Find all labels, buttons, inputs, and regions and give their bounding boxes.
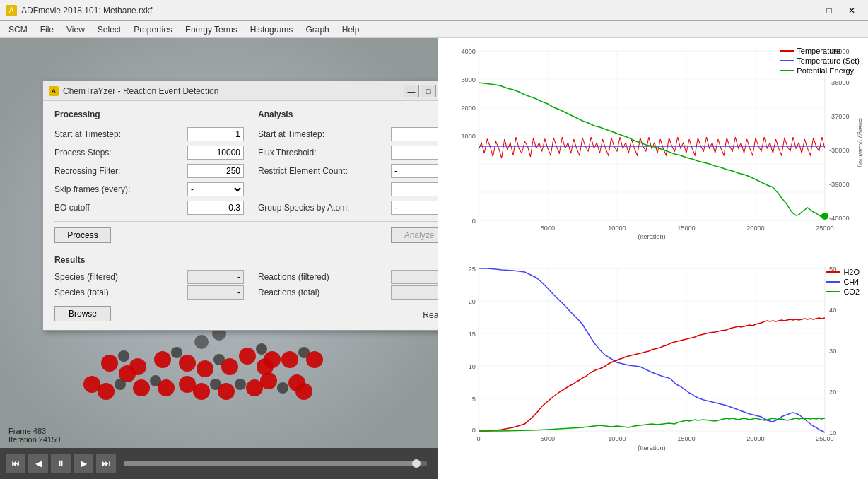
analysis-start-timestep-row: Start at Timestep: [258, 126, 438, 142]
restrict-element-select[interactable]: - [391, 164, 438, 178]
svg-text:10000: 10000 [608, 225, 626, 232]
svg-text:15: 15 [469, 331, 476, 338]
menu-item-select[interactable]: Select [92, 23, 127, 36]
svg-text:5: 5 [472, 396, 476, 403]
bo-cutoff-row: BO cutoff [54, 200, 244, 215]
potential-energy-line-color [780, 70, 794, 71]
process-button[interactable]: Process [54, 227, 111, 243]
menu-item-properties[interactable]: Properties [128, 23, 178, 36]
skip-frames-label: Skip frames (every): [54, 184, 130, 194]
start-timestep-input[interactable] [187, 127, 244, 141]
bottom-row: Browse Ready [54, 306, 438, 321]
first-frame-button[interactable]: ⏮ [6, 454, 25, 473]
group-species-select[interactable]: - [391, 201, 438, 215]
frame-info: Frame 483 Iteration 24150 [8, 427, 60, 444]
progress-bar[interactable] [124, 461, 427, 466]
process-steps-input[interactable] [187, 146, 244, 160]
legend-h2o: H2O [826, 268, 860, 276]
svg-text:-40000: -40000 [829, 215, 850, 222]
menu-item-graph[interactable]: Graph [300, 23, 334, 36]
element-dash-row [258, 182, 438, 197]
menu-item-energy-terms[interactable]: Energy Terms [180, 23, 243, 36]
svg-point-33 [295, 383, 312, 400]
bo-cutoff-label: BO cutoff [54, 203, 90, 213]
dialog-close-button[interactable]: ✕ [438, 85, 438, 97]
svg-text:5000: 5000 [541, 225, 555, 232]
start-timestep-label: Start at Timestep: [54, 129, 121, 139]
bottom-chart: H2O CH4 CO2 [438, 259, 868, 480]
species-total-input [187, 285, 244, 300]
playback-bar: ⏮ ◀ ⏸ ▶ ⏭ [0, 448, 438, 479]
minimize-button[interactable]: — [796, 4, 817, 18]
svg-point-35 [194, 335, 209, 349]
browse-button[interactable]: Browse [54, 306, 111, 321]
legend-temperature-set: Temperature (Set) [780, 57, 860, 65]
pause-button[interactable]: ⏸ [51, 454, 71, 473]
progress-knob[interactable] [412, 459, 421, 468]
buttons-row: Process Analyze [54, 227, 438, 243]
skip-frames-select[interactable]: - [187, 182, 244, 196]
legend-potential-energy: Potential Energy [780, 66, 860, 75]
svg-point-6 [171, 347, 182, 358]
svg-text:10: 10 [469, 363, 476, 370]
maximize-button[interactable]: □ [819, 4, 840, 18]
dialog-maximize-button[interactable]: □ [421, 85, 436, 97]
results-grid: Species (filtered) Species (total) React… [54, 269, 438, 300]
recrossing-filter-row: Recrossing Filter: [54, 163, 244, 179]
menu-item-file[interactable]: File [35, 23, 59, 36]
menu-item-help[interactable]: Help [336, 23, 365, 36]
svg-point-8 [197, 360, 213, 377]
menu-item-view[interactable]: View [61, 23, 90, 36]
svg-point-12 [256, 343, 267, 355]
svg-point-5 [154, 351, 171, 368]
right-panel: Temperature Temperature (Set) Potential … [438, 38, 868, 479]
recrossing-filter-label: Recrossing Filter: [54, 166, 120, 176]
dialog-icon: A [49, 86, 59, 96]
svg-point-2 [118, 350, 129, 362]
results-label: Results [54, 255, 438, 265]
svg-text:-39000: -39000 [829, 181, 850, 188]
svg-point-15 [281, 351, 298, 368]
results-section: Results Species (filtered) Species (tota… [54, 255, 438, 300]
flux-threshold-input[interactable] [391, 146, 438, 160]
legend-ch4: CH4 [826, 278, 860, 286]
process-steps-label: Process Steps: [54, 148, 112, 158]
analyze-button[interactable]: Analyze [391, 227, 438, 243]
chemtrayzer-dialog: A ChemTraYzer - Reaction Event Detection… [42, 81, 438, 331]
svg-point-20 [115, 379, 126, 390]
svg-text:25: 25 [469, 266, 476, 273]
recrossing-filter-input[interactable] [187, 164, 244, 178]
legend-co2-label: CO2 [843, 288, 860, 296]
svg-point-11 [239, 348, 256, 365]
status-text: Ready [423, 310, 438, 320]
top-chart-legend: Temperature Temperature (Set) Potential … [780, 47, 860, 76]
last-frame-button[interactable]: ⏭ [96, 454, 116, 473]
svg-text:20000: 20000 [746, 435, 765, 442]
svg-text:4000: 4000 [462, 48, 476, 55]
menu-item-scm[interactable]: SCM [3, 23, 33, 36]
svg-text:-37000: -37000 [829, 113, 850, 120]
svg-text:Energy (kcal/mol): Energy (kcal/mol) [857, 118, 862, 167]
svg-text:10000: 10000 [608, 435, 626, 442]
analysis-start-timestep-input[interactable] [391, 127, 438, 141]
svg-text:0: 0 [472, 218, 476, 225]
dialog-titlebar: A ChemTraYzer - Reaction Event Detection… [43, 81, 438, 101]
legend-temperature: Temperature [780, 47, 860, 55]
ch4-line-color [826, 281, 840, 283]
frame-label: Frame 483 [8, 427, 60, 435]
svg-point-10 [221, 358, 238, 375]
play-button[interactable]: ▶ [74, 454, 93, 473]
menu-item-histograms[interactable]: Histograms [245, 23, 299, 36]
reactions-filtered-label: Reactions (filtered) [258, 272, 329, 282]
svg-point-66 [821, 213, 828, 220]
flux-threshold-label: Flux Threshold: [258, 148, 316, 158]
svg-point-21 [133, 379, 150, 396]
close-button[interactable]: ✕ [841, 4, 862, 18]
element-dash-input[interactable] [391, 182, 438, 196]
dialog-minimize-button[interactable]: — [404, 85, 419, 97]
bo-cutoff-input[interactable] [187, 201, 244, 215]
svg-text:(Iteration): (Iteration) [638, 444, 665, 451]
legend-h2o-label: H2O [843, 268, 860, 276]
prev-frame-button[interactable]: ◀ [28, 454, 48, 473]
svg-point-1 [101, 355, 118, 372]
